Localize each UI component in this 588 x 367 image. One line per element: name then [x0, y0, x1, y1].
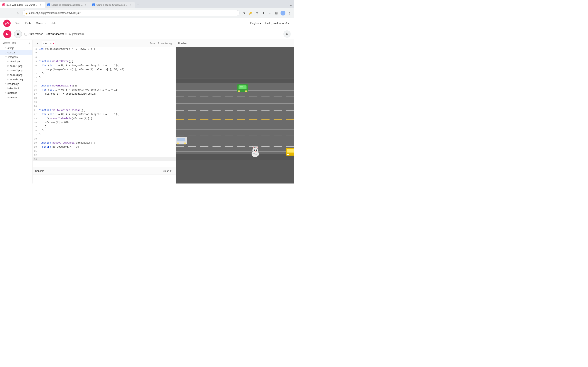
svg-rect-48	[286, 136, 294, 136]
line-num-25: 25	[33, 125, 39, 129]
sidebar-header[interactable]: Sketch Files ▾	[0, 40, 33, 46]
sidebar-item-atorjs-label: ator.js	[8, 47, 14, 50]
auto-refresh-checkbox[interactable]	[25, 33, 27, 35]
line-content-25: }	[39, 125, 174, 129]
sketch-edit-icon[interactable]: ✏	[65, 33, 67, 35]
auto-refresh-toggle[interactable]: Auto-refresh	[25, 33, 43, 35]
user-button[interactable]: Hello, jrnakamura! ▾	[264, 21, 291, 25]
tab-1-active[interactable]: p5 p5.js Web Editor | Cat wandflo... ×	[0, 2, 45, 8]
svg-rect-32	[213, 119, 221, 120]
svg-rect-43	[225, 136, 233, 136]
line-num-15: 15	[33, 84, 39, 88]
menu-file[interactable]: File ▾	[12, 20, 23, 26]
sidebar-item-estradapng[interactable]: □ estrada.png	[0, 77, 33, 82]
url-bar[interactable]: 🔒 editor.p5js.org/jrnakamura/sketches/h7…	[22, 10, 240, 16]
sidebar-item-sketchjs[interactable]: □ sketch.js	[0, 91, 33, 95]
sidebar-item-carro3png[interactable]: □ carro-3.png	[0, 73, 33, 77]
svg-rect-33	[225, 119, 233, 120]
line-num-33: 33	[33, 157, 39, 161]
menu-edit[interactable]: Edit ▾	[23, 20, 34, 26]
line-num-8: 8	[33, 55, 39, 59]
line-num-21: 21	[33, 108, 39, 112]
sidebar-item-imagens-folder[interactable]: ▼ imagens	[0, 55, 33, 59]
svg-rect-67	[184, 142, 186, 144]
sidebar-collapse-icon: ▾	[29, 42, 30, 44]
svg-rect-36	[261, 119, 269, 120]
sidebar-item-carro1png[interactable]: □ carro-1.png	[0, 64, 33, 68]
sidebar-item-indexhtml-label: index.html	[8, 87, 19, 90]
tab-3-close[interactable]: ×	[129, 3, 132, 7]
tab-3-favicon: a	[92, 3, 95, 6]
reload-button[interactable]: ↻	[16, 10, 21, 16]
tab-2[interactable]: a Lógica de programação: laços... ×	[45, 2, 90, 8]
google-icon[interactable]: G	[241, 10, 247, 16]
line-content-8	[39, 55, 174, 59]
line-content-7	[39, 51, 174, 55]
tab-expand-button[interactable]: ⌄	[287, 2, 294, 8]
sidebar-item-imagensjs[interactable]: □ imagens.js	[0, 82, 33, 86]
profile-icon[interactable]	[280, 10, 286, 16]
code-editor[interactable]: 6 let velocidadeXCarros = [2, 2.5, 3.4];…	[33, 47, 176, 167]
line-num-18: 18	[33, 96, 39, 100]
play-button[interactable]: ▶	[3, 30, 11, 38]
line-num-17: 17	[33, 92, 39, 96]
tab-3[interactable]: a Como o código funciona sem ... ×	[90, 2, 135, 8]
file-icon-index: □	[5, 87, 6, 90]
code-line-16: 16 for (let i = 0; i < imagemCarros.leng…	[33, 88, 176, 92]
sidebar-item-ator1png[interactable]: □ ator-1.png	[0, 59, 33, 64]
menu-sketch[interactable]: Sketch ▾	[34, 20, 48, 26]
line-num-27: 27	[33, 133, 39, 137]
console-area: Console Clear ▼ ›	[33, 167, 176, 184]
svg-rect-61	[238, 91, 240, 92]
preview-header: Preview	[176, 40, 294, 47]
svg-rect-27	[274, 110, 282, 111]
svg-rect-25	[249, 110, 257, 111]
back-button[interactable]: ←	[2, 10, 7, 16]
translate-icon[interactable]: ⊡	[254, 10, 260, 16]
share-icon[interactable]: ⬆	[260, 10, 266, 16]
sidebar-icon[interactable]: ▤	[274, 10, 279, 16]
clear-button[interactable]: Clear ▼	[162, 169, 173, 173]
new-tab-button[interactable]: +	[135, 2, 141, 8]
toolbar: ▶ ■ Auto-refresh Cat wandflower ✏ by jrn…	[0, 28, 294, 40]
code-line-15: 15 function movimentaCarro(){	[33, 84, 176, 88]
more-button[interactable]: ⋮	[287, 10, 292, 16]
svg-rect-44	[237, 136, 245, 136]
password-icon[interactable]: 🔑	[247, 10, 253, 16]
svg-rect-69	[287, 149, 294, 152]
svg-rect-66	[177, 142, 179, 144]
stop-button[interactable]: ■	[14, 30, 22, 38]
editor-back-button[interactable]: ‹	[35, 41, 40, 46]
tab-1-close[interactable]: ×	[39, 3, 43, 7]
file-icon-carro2: □	[7, 69, 9, 72]
settings-button[interactable]: ⚙	[283, 30, 291, 38]
code-line-29: 29 function passouTodaATela(abracadabra)…	[33, 141, 176, 145]
sidebar-item-carro2png[interactable]: □ carro-2.png	[0, 68, 33, 73]
tab-3-title: Como o código funciona sem ...	[96, 4, 128, 6]
menu-help[interactable]: Help ▾	[48, 20, 60, 26]
sidebar-item-atorjs[interactable]: □ ator.js	[0, 46, 33, 50]
tab-2-title: Lógica de programação: laços...	[52, 4, 83, 6]
svg-rect-38	[286, 119, 294, 120]
code-line-21: 21 function voltaPosicaoInicial(){	[33, 108, 176, 112]
editor-tab-carrojs[interactable]: carro.js •	[42, 41, 56, 46]
tab-2-favicon: a	[47, 3, 50, 6]
tab-bar: p5 p5.js Web Editor | Cat wandflo... × a…	[0, 0, 294, 8]
file-icon-imagens: □	[5, 83, 6, 85]
sidebar-item-indexhtml[interactable]: □ index.html	[0, 86, 33, 91]
sidebar-item-carrojs[interactable]: □ carro.js ▸	[0, 50, 33, 55]
modified-indicator: •	[53, 42, 54, 45]
line-content-33: |	[39, 157, 174, 161]
svg-rect-7	[176, 142, 294, 142]
tab-2-close[interactable]: ×	[84, 3, 87, 7]
line-content-18: }	[39, 96, 174, 100]
sidebar-item-stylecss[interactable]: □ style.css	[0, 95, 33, 100]
sidebar-item-stylecss-label: style.css	[8, 96, 17, 99]
line-content-26: }	[39, 129, 174, 133]
line-content-19: }	[39, 100, 174, 104]
code-line-24: 24 xCarros[i] = 620	[33, 120, 176, 125]
language-button[interactable]: English ▾	[249, 21, 263, 25]
svg-rect-17	[274, 97, 282, 97]
forward-button[interactable]: →	[9, 10, 14, 16]
bookmark-icon[interactable]: ☆	[267, 10, 273, 16]
